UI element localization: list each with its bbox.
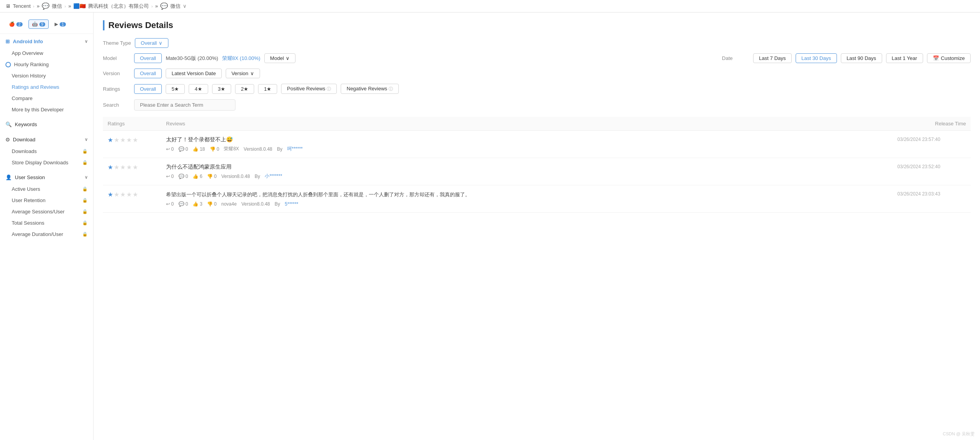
app2-name[interactable]: 腾讯科技（北京）有限公司	[88, 3, 149, 10]
review-by: By	[275, 201, 280, 207]
model-dropdown-label: Model	[270, 55, 284, 61]
ratings-btn-3star[interactable]: 3★	[212, 84, 231, 94]
app3-name[interactable]: 微信	[170, 3, 180, 10]
user-session-items: Active Users 🔒 User Retention 🔒 Average …	[0, 183, 93, 240]
table-header-row: Ratings Reviews Release Time	[103, 117, 971, 131]
date-90days-label: Last 90 Days	[847, 55, 876, 61]
ratings-btn-negative[interactable]: Negative Reviews ⓘ	[341, 84, 399, 94]
date-30days-label: Last 30 Days	[801, 55, 831, 61]
ratings-btn-positive[interactable]: Positive Reviews ⓘ	[281, 84, 337, 94]
sidebar-section-user-session: 👤 User Session ∨ Active Users 🔒 User Ret…	[0, 170, 93, 241]
avg-sessions-label: Average Sessions/User	[12, 209, 65, 215]
sidebar-item-downloads[interactable]: Downloads 🔒	[0, 146, 93, 157]
review-body: 希望出版一个可以折叠个人聊天记录的吧，把消息免打扰的人折叠到那个里面，还有就是，…	[166, 191, 888, 199]
reply-icon: ↩	[166, 201, 170, 207]
star-4: ★	[126, 164, 132, 171]
negative-info-icon: ⓘ	[389, 86, 393, 91]
theme-type-dropdown[interactable]: Overall ∨	[135, 38, 168, 48]
ratings-btn-2star[interactable]: 2★	[235, 84, 254, 94]
date-btn-90days[interactable]: Last 90 Days	[841, 53, 882, 63]
review-stars-cell: ★★★★★	[103, 158, 161, 185]
thumb-down-icon: 👎	[207, 201, 213, 207]
comment-icon: 💬	[179, 201, 184, 207]
ratings-positive-label: Positive Reviews	[287, 86, 325, 92]
date-customize-label: Customize	[941, 55, 965, 61]
sidebar-item-app-overview[interactable]: App Overview	[0, 48, 93, 59]
like-meta: 👍 6	[193, 174, 202, 179]
review-release-time-cell: 03/26/2024 23:03:43	[893, 185, 971, 213]
dislike-meta: 👎 0	[207, 174, 217, 179]
sidebar-item-avg-duration[interactable]: Average Duration/User 🔒	[0, 229, 93, 240]
review-author[interactable]: 5******	[285, 201, 299, 207]
ratings-reviews-label: Ratings and Reviews	[12, 84, 59, 90]
ratings-btn-5star[interactable]: 5★	[166, 84, 185, 94]
android-info-header[interactable]: ⊞ Android Info ∨	[0, 35, 93, 48]
user-icon: 👤	[5, 174, 12, 180]
avg-duration-label: Average Duration/User	[12, 231, 63, 237]
star-3: ★	[120, 136, 126, 144]
android-info-items: App Overview Hourly Ranking Version Hist…	[0, 48, 93, 115]
sidebar-item-avg-sessions[interactable]: Average Sessions/User 🔒	[0, 206, 93, 217]
sidebar-item-user-retention[interactable]: User Retention 🔒	[0, 195, 93, 206]
keywords-header[interactable]: 🔍 Keywords	[0, 118, 93, 130]
app3-chevron[interactable]: ∨	[183, 3, 187, 9]
review-meta: ↩ 0 💬 0 👍 18 👎 0 荣耀8X Version8.0.48 By 呵…	[166, 146, 888, 152]
sidebar-item-ratings-reviews[interactable]: Ratings and Reviews	[0, 81, 93, 93]
app1-name[interactable]: 微信	[52, 3, 62, 10]
company-name[interactable]: Tencent	[13, 3, 31, 9]
ratings-btn-overall[interactable]: Overall	[134, 84, 162, 94]
date-7days-label: Last 7 Days	[759, 55, 786, 61]
search-label: Search	[103, 102, 130, 108]
version-dropdown-label: Version	[232, 70, 248, 76]
thumb-up-icon: 👍	[193, 146, 198, 152]
release-time: 03/26/2024 23:52:40	[897, 164, 940, 169]
review-content-cell: 太好了！登个录都登不上😅 ↩ 0 💬 0 👍 18 👎 0 荣耀8X Versi…	[161, 131, 893, 158]
date-btn-customize[interactable]: 📅 Customize	[927, 53, 971, 63]
thumb-down-icon: 👎	[207, 174, 213, 179]
download-header[interactable]: ⊙ Download ∨	[0, 134, 93, 146]
ios-badge: 2	[16, 22, 23, 26]
positive-info-icon: ⓘ	[327, 86, 331, 91]
hourly-ranking-label: Hourly Ranking	[14, 62, 49, 67]
user-retention-label: User Retention	[12, 197, 46, 203]
date-btn-7days[interactable]: Last 7 Days	[753, 53, 792, 63]
sidebar-item-total-sessions[interactable]: Total Sessions 🔒	[0, 217, 93, 229]
review-release-time-cell: 03/26/2024 23:52:40	[893, 158, 971, 185]
watermark: CSDN @ 吴秋雯	[943, 431, 975, 437]
date-btn-30days[interactable]: Last 30 Days	[796, 53, 837, 63]
sidebar-item-more-by-developer[interactable]: More by this Developer	[0, 104, 93, 115]
sidebar-item-active-users[interactable]: Active Users 🔒	[0, 183, 93, 195]
user-session-header[interactable]: 👤 User Session ∨	[0, 171, 93, 183]
ratings-label: Ratings	[103, 86, 130, 92]
theme-type-label: Theme Type	[103, 40, 131, 46]
ratings-btn-4star[interactable]: 4★	[189, 84, 208, 94]
model-btn-overall[interactable]: Overall	[134, 53, 162, 63]
theme-type-row: Theme Type Overall ∨	[103, 38, 971, 48]
sidebar-item-hourly-ranking[interactable]: Hourly Ranking	[0, 59, 93, 70]
model-mate30-text: Mate30-5G版 (20.00%)	[166, 55, 218, 62]
review-author[interactable]: 呵******	[287, 146, 303, 152]
platform-tab-android[interactable]: 🤖 9	[28, 19, 49, 29]
sidebar-item-store-display-downloads[interactable]: Store Display Downloads 🔒	[0, 157, 93, 168]
hourly-ranking-dot	[5, 62, 11, 67]
sidebar-item-version-history[interactable]: Version History	[0, 70, 93, 81]
model-dropdown-btn[interactable]: Model ∨	[264, 53, 295, 63]
date-btn-1year[interactable]: Last 1 Year	[886, 53, 923, 63]
comment-meta: 💬 0	[179, 201, 188, 207]
review-title: 太好了！登个录都登不上😅	[166, 136, 888, 143]
version-btn-overall[interactable]: Overall	[134, 69, 162, 78]
theme-type-chevron: ∨	[159, 40, 163, 46]
ratings-btn-1star[interactable]: 1★	[258, 84, 277, 94]
sidebar-item-compare[interactable]: Compare	[0, 93, 93, 104]
star-2: ★	[114, 191, 119, 198]
search-input[interactable]	[134, 99, 235, 111]
version-dropdown-chevron: ∨	[250, 70, 254, 76]
platform-tab-play[interactable]: ▶ 1	[51, 19, 69, 29]
version-dropdown-btn[interactable]: Version ∨	[226, 69, 260, 78]
platform-tab-ios[interactable]: 🍎 2	[5, 19, 26, 29]
review-author[interactable]: 小*******	[265, 173, 282, 180]
breadcrumb-sep2: »	[68, 3, 71, 9]
version-btn-latest[interactable]: Latest Version Date	[166, 69, 221, 78]
model-huawei8x-text[interactable]: 荣耀8X (10.00%)	[222, 55, 260, 62]
release-time: 03/26/2024 23:57:40	[897, 137, 940, 142]
